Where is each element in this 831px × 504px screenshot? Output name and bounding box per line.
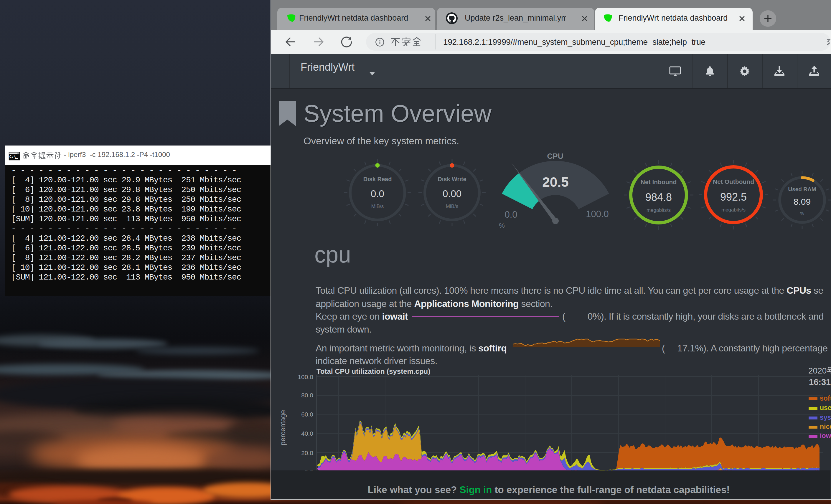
svg-text:Disk Read: Disk Read	[363, 176, 392, 182]
svg-text:Net Inbound: Net Inbound	[641, 178, 677, 185]
svg-text:0.0: 0.0	[505, 209, 517, 220]
svg-text:MiB/s: MiB/s	[371, 204, 384, 209]
svg-text:%: %	[499, 222, 505, 229]
svg-text:0.0: 0.0	[371, 188, 384, 199]
svg-text:megabits/s: megabits/s	[721, 207, 746, 213]
svg-text:0.00: 0.00	[442, 188, 461, 199]
svg-text:100.0: 100.0	[586, 209, 609, 219]
svg-text:992.5: 992.5	[720, 191, 747, 203]
svg-text:%: %	[800, 211, 804, 216]
svg-text:Disk Write: Disk Write	[438, 176, 466, 182]
svg-text:CPU: CPU	[547, 152, 564, 160]
svg-text:MiB/s: MiB/s	[446, 204, 459, 209]
svg-text:megabits/s: megabits/s	[647, 207, 671, 213]
svg-text:8.09: 8.09	[794, 197, 811, 207]
svg-text:Used RAM: Used RAM	[788, 186, 816, 192]
svg-text:C:\: C:\	[9, 155, 16, 159]
svg-text:984.8: 984.8	[646, 191, 672, 203]
svg-text:20.5: 20.5	[542, 174, 569, 190]
svg-text:Net Outbound: Net Outbound	[713, 178, 754, 185]
